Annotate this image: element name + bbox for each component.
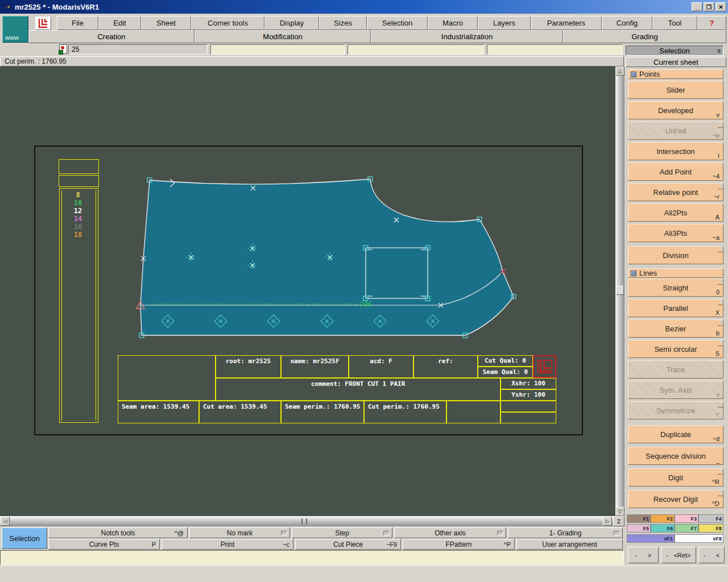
current-sheet-button[interactable]: Current sheet — [626, 57, 726, 67]
tool-parallel[interactable]: ParallelX — [628, 299, 723, 317]
menu-config[interactable]: Config — [602, 16, 652, 30]
fkey-f8[interactable]: F8 — [698, 524, 723, 533]
title-bar: mr2525 * - ModarisV6R1 _ ❐ ✕ — [0, 0, 728, 14]
tool-straight[interactable]: Straight0 — [628, 278, 723, 297]
tool-slider[interactable]: Slider — [628, 81, 723, 99]
no-mark-dropdown[interactable]: No mark — [189, 527, 290, 538]
tab-grading[interactable]: Grading — [563, 30, 726, 43]
vertical-scrollbar[interactable]: △ ▽ — [615, 66, 624, 516]
section-checkbox-icon[interactable] — [631, 271, 636, 276]
fkey-vf8[interactable]: vF8 — [675, 534, 723, 543]
button-label: No mark — [227, 529, 253, 537]
tool-add-point[interactable]: Add Point~4 — [628, 163, 723, 181]
tool-division[interactable]: Division — [628, 246, 723, 264]
table-cell-empty — [500, 412, 556, 423]
tool-digit[interactable]: Digit^R — [628, 468, 723, 487]
tool-recover-digit[interactable]: Recover Digit^D — [628, 490, 723, 508]
fkey-f3[interactable]: F3 — [675, 514, 698, 523]
table-cell-seam-perim: Seam perim.: 1760.95 — [281, 401, 364, 423]
scroll-left-icon[interactable]: ◁ — [1, 517, 10, 526]
tab-industrialization[interactable]: Industrialization — [371, 30, 563, 43]
nav-prev-button[interactable]: - < — [698, 547, 725, 563]
menu-tool[interactable]: Tool — [652, 16, 697, 30]
fkey-f7[interactable]: F7 — [675, 524, 698, 533]
tool-developed[interactable]: Developedv — [628, 101, 723, 119]
nav-next-button[interactable]: - > — [628, 547, 659, 563]
scroll-right-icon[interactable]: ▷ — [603, 517, 612, 526]
fkey-f1[interactable]: F1 — [627, 514, 651, 523]
mode-tab-bar: Creation Modification Industrialization … — [28, 30, 726, 43]
user-arrangement-button[interactable]: User arrangement — [516, 539, 623, 550]
menu-sheet[interactable]: Sheet — [141, 16, 191, 30]
tab-modification[interactable]: Modification — [195, 30, 371, 43]
sheet-number-field[interactable]: 25 — [68, 44, 208, 55]
print-button[interactable]: Print ~c — [162, 539, 293, 550]
section-label: Lines — [639, 269, 657, 277]
table-cell-name: name: mr2525F — [281, 355, 349, 378]
tool-ali3pts[interactable]: Ali3Pts~a — [628, 224, 723, 242]
table-cell-seam-area: Seam area: 1539.45 — [118, 401, 199, 423]
entry-field-2[interactable] — [210, 44, 345, 55]
close-button[interactable]: ✕ — [715, 2, 726, 11]
pattern-piece-drawing[interactable] — [0, 66, 615, 516]
tool-panel: Selection s Current sheet Points Slider … — [626, 44, 728, 566]
drawing-canvas[interactable]: 8 10 12 14 16 18 — [0, 66, 615, 516]
lectra-logo-small — [35, 16, 51, 30]
scroll-up-icon[interactable]: △ — [615, 66, 624, 76]
menu-selection[interactable]: Selection — [367, 16, 428, 30]
notch-tools-button[interactable]: Notch tools ^@ — [48, 527, 188, 538]
scroll-down-icon[interactable]: ▽ — [615, 507, 624, 516]
tool-relative-point[interactable]: Relative point~r — [628, 183, 723, 201]
menu-display[interactable]: Display — [264, 16, 319, 30]
menu-bar: File Edit Sheet Corner tools Display Siz… — [57, 16, 726, 30]
pattern-piece-outline[interactable] — [140, 179, 514, 335]
fpattern-button[interactable]: FPattern ^P — [403, 539, 515, 550]
restore-button[interactable]: ❐ — [704, 2, 714, 11]
tool-intersection[interactable]: IntersectionI — [628, 142, 723, 160]
panel-selection-button[interactable]: Selection s — [626, 45, 723, 56]
button-label: Step — [335, 529, 349, 537]
other-axis-dropdown[interactable]: Other axis — [394, 527, 506, 538]
button-label: Other axis — [435, 529, 466, 537]
tool-bezier[interactable]: Bezierb — [628, 319, 723, 338]
entry-field-3[interactable] — [348, 44, 484, 55]
tool-trace: Trace — [628, 360, 723, 379]
table-cell-acd: acd: F — [349, 355, 413, 378]
menu-edit[interactable]: Edit — [98, 16, 141, 30]
horizontal-scrollbar[interactable]: ◁ ▷ — [0, 516, 613, 526]
fkey-f2[interactable]: F2 — [651, 514, 675, 523]
minimize-button[interactable]: _ — [692, 2, 702, 11]
curve-pts-button[interactable]: Curve Pts P — [48, 539, 160, 550]
tool-sequence-division[interactable]: Sequence division_ — [628, 447, 723, 465]
fkey-vf1[interactable]: vF1 — [627, 534, 675, 543]
lectra-logo-icon — [38, 18, 49, 28]
vertical-scroll-thumb[interactable] — [616, 286, 624, 295]
step-dropdown[interactable]: Step — [292, 527, 392, 538]
nav-return-button[interactable]: - <Ret> — [661, 547, 696, 563]
grading-dropdown[interactable]: 1- Grading — [508, 527, 623, 538]
fkey-f6[interactable]: F6 — [651, 524, 675, 533]
help-menu-icon[interactable]: ? — [697, 16, 726, 30]
horizontal-scroll-grip[interactable] — [301, 518, 307, 524]
menu-macro[interactable]: Macro — [428, 16, 478, 30]
table-cell-ref: ref: — [413, 355, 478, 378]
zoom-z-button[interactable]: z — [613, 516, 624, 526]
menu-layers[interactable]: Layers — [478, 16, 531, 30]
tool-duplicate[interactable]: Duplicate~d — [628, 425, 723, 443]
cut-piece-button[interactable]: Cut Piece ~F9 — [295, 539, 401, 550]
menu-corner-tools[interactable]: Corner tools — [191, 16, 264, 30]
menu-file[interactable]: File — [57, 16, 98, 30]
section-checkbox-icon[interactable] — [631, 72, 636, 77]
fkey-f5[interactable]: F5 — [627, 524, 651, 533]
button-label: User arrangement — [542, 541, 597, 548]
tool-ali2pts[interactable]: Ali2PtsA — [628, 203, 723, 222]
tab-creation[interactable]: Creation — [28, 30, 195, 43]
menu-sizes[interactable]: Sizes — [319, 16, 367, 30]
selection-mode-button[interactable]: Selection — [2, 527, 47, 549]
fkey-f4[interactable]: F4 — [698, 514, 723, 523]
piece-info-table: root: mr2525 name: mr2525F acd: F ref: C… — [118, 355, 556, 423]
menu-parameters[interactable]: Parameters — [531, 16, 602, 30]
entry-field-4[interactable] — [487, 44, 623, 55]
tool-semi-circular[interactable]: Semi circularS — [628, 340, 723, 358]
www-button[interactable]: www — [2, 16, 28, 43]
